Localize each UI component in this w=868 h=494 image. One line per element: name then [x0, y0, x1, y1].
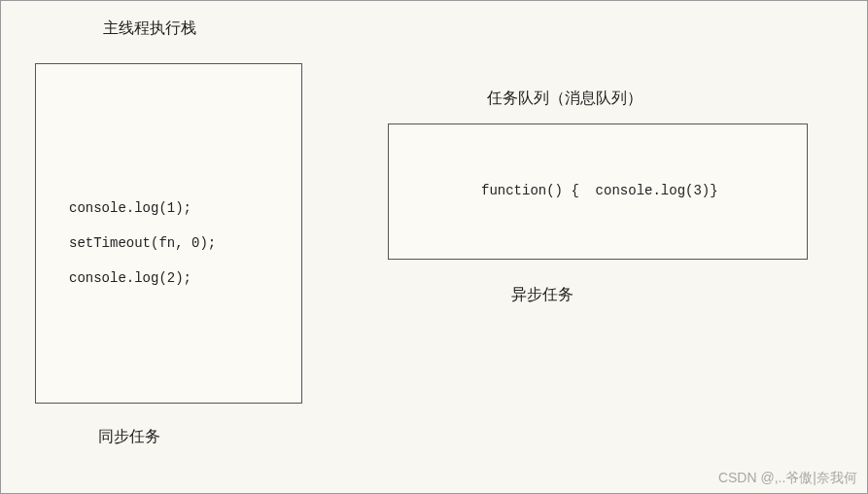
main-thread-title: 主线程执行栈: [103, 18, 196, 39]
execution-stack-box: console.log(1); setTimeout(fn, 0); conso…: [35, 63, 302, 404]
sync-task-label: 同步任务: [98, 427, 160, 447]
task-queue-title: 任务队列（消息队列）: [487, 88, 642, 109]
async-task-label: 异步任务: [511, 285, 573, 305]
code-line-2: setTimeout(fn, 0);: [69, 235, 216, 251]
watermark-text: CSDN @,..爷傲|奈我何: [718, 470, 857, 487]
queue-code-line: function() { console.log(3)}: [481, 183, 718, 198]
diagram-container: 主线程执行栈 console.log(1); setTimeout(fn, 0)…: [0, 0, 868, 494]
task-queue-box: function() { console.log(3)}: [388, 124, 808, 260]
code-line-3: console.log(2);: [69, 270, 191, 286]
code-line-1: console.log(1);: [69, 200, 191, 216]
